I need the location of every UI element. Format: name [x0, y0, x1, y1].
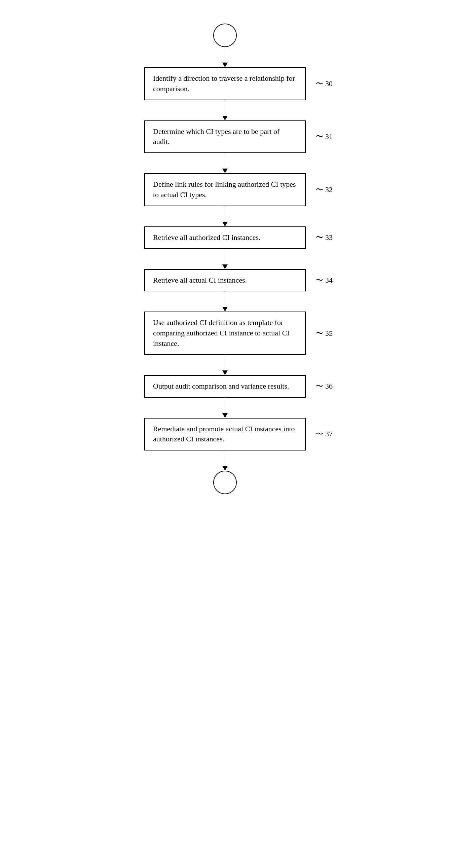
node33-wrapper: Retrieve all authorized CI instances. 〜 … — [107, 226, 343, 249]
node30-box: Identify a direction to traverse a relat… — [144, 67, 306, 100]
node32-text: Define link rules for linking authorized… — [153, 180, 296, 199]
node37-ref: 37 — [325, 430, 333, 438]
arrow-head — [222, 466, 228, 471]
node35-ref: 35 — [325, 329, 333, 338]
arrow-head — [222, 63, 228, 67]
wavy-icon-36: 〜 — [316, 381, 323, 391]
arrow-5 — [222, 249, 228, 269]
node37-box: Remediate and promote actual CI instance… — [144, 418, 306, 451]
node33-label: 〜 33 — [316, 232, 333, 243]
node36-box: Output audit comparison and variance res… — [144, 375, 306, 398]
node33-box: Retrieve all authorized CI instances. — [144, 226, 306, 249]
node31-text: Determine which CI types are to be part … — [153, 127, 280, 146]
node34-wrapper: Retrieve all actual CI instances. 〜 34 — [107, 269, 343, 292]
arrow-line — [225, 100, 225, 116]
node32-box: Define link rules for linking authorized… — [144, 173, 306, 206]
node35-text: Use authorized CI definition as template… — [153, 318, 290, 347]
node32-label: 〜 32 — [316, 185, 333, 195]
node32-wrapper: Define link rules for linking authorized… — [107, 173, 343, 206]
arrow-2 — [222, 100, 228, 120]
node37-wrapper: Remediate and promote actual CI instance… — [107, 418, 343, 451]
arrow-line — [225, 291, 225, 307]
start-node-wrapper — [107, 24, 343, 47]
arrow-line — [225, 249, 225, 265]
start-circle — [213, 24, 237, 47]
arrow-head — [222, 116, 228, 120]
node31-label: 〜 31 — [316, 131, 333, 142]
wavy-icon-34: 〜 — [316, 275, 323, 285]
arrow-line — [225, 47, 225, 63]
node30-text: Identify a direction to traverse a relat… — [153, 74, 295, 93]
node33-text: Retrieve all authorized CI instances. — [153, 233, 261, 242]
wavy-icon-32: 〜 — [316, 185, 323, 195]
arrow-line — [225, 355, 225, 370]
wavy-icon-37: 〜 — [316, 429, 323, 439]
arrow-1 — [222, 47, 228, 67]
arrow-line — [225, 206, 225, 222]
arrow-head — [222, 168, 228, 173]
node30-label: 〜 30 — [316, 79, 333, 89]
arrow-head — [222, 222, 228, 226]
wavy-icon-35: 〜 — [316, 328, 323, 338]
end-circle — [213, 471, 237, 494]
node31-box: Determine which CI types are to be part … — [144, 120, 306, 153]
node36-ref: 36 — [325, 382, 333, 391]
node34-label: 〜 34 — [316, 275, 333, 285]
node32-ref: 32 — [325, 185, 333, 194]
node36-label: 〜 36 — [316, 381, 333, 391]
arrow-line — [225, 451, 225, 466]
node31-wrapper: Determine which CI types are to be part … — [107, 120, 343, 153]
node35-label: 〜 35 — [316, 328, 333, 338]
wavy-icon-33: 〜 — [316, 232, 323, 243]
node30-ref: 30 — [325, 80, 333, 88]
arrow-head — [222, 265, 228, 269]
node31-ref: 31 — [325, 132, 333, 141]
wavy-icon-30: 〜 — [316, 79, 323, 89]
arrow-9 — [222, 451, 228, 471]
node34-ref: 34 — [325, 276, 333, 285]
arrow-7 — [222, 355, 228, 375]
flowchart-container: Identify a direction to traverse a relat… — [107, 13, 343, 494]
node36-wrapper: Output audit comparison and variance res… — [107, 375, 343, 398]
node36-text: Output audit comparison and variance res… — [153, 382, 289, 390]
arrow-head — [222, 413, 228, 418]
arrow-4 — [222, 206, 228, 226]
arrow-line — [225, 398, 225, 413]
node30-wrapper: Identify a direction to traverse a relat… — [107, 67, 343, 100]
node37-label: 〜 37 — [316, 429, 333, 439]
node33-ref: 33 — [325, 233, 333, 242]
arrow-head — [222, 370, 228, 375]
arrow-8 — [222, 398, 228, 418]
arrow-line — [225, 153, 225, 168]
node35-wrapper: Use authorized CI definition as template… — [107, 312, 343, 354]
arrow-head — [222, 307, 228, 312]
node34-box: Retrieve all actual CI instances. — [144, 269, 306, 292]
node37-text: Remediate and promote actual CI instance… — [153, 425, 295, 443]
end-node-wrapper — [107, 471, 343, 494]
arrow-3 — [222, 153, 228, 173]
node34-text: Retrieve all actual CI instances. — [153, 276, 247, 284]
wavy-icon-31: 〜 — [316, 131, 323, 142]
arrow-6 — [222, 291, 228, 312]
node35-box: Use authorized CI definition as template… — [144, 312, 306, 354]
